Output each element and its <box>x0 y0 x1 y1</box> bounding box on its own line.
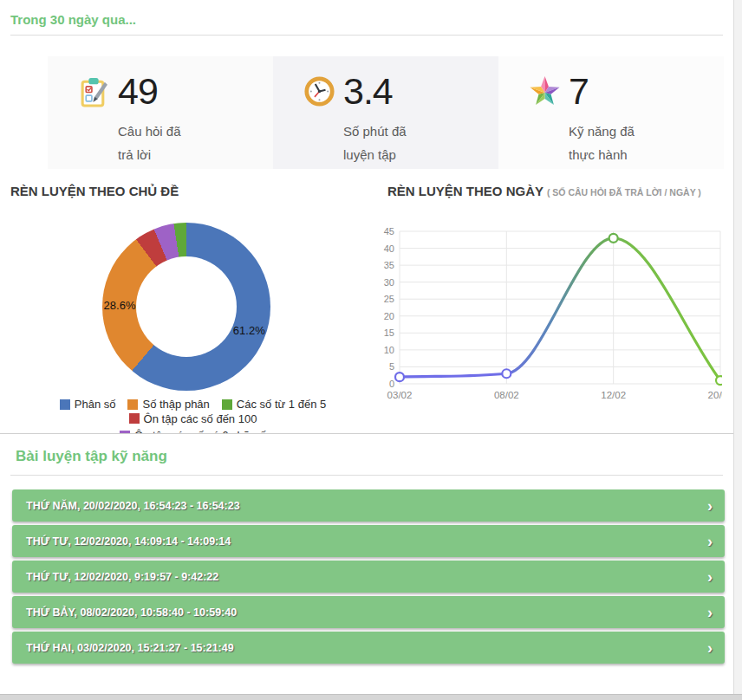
x-axis-tick-label: 08/02 <box>494 390 519 400</box>
divider <box>10 475 723 476</box>
y-axis-tick-label: 45 <box>384 226 394 237</box>
stat-label: Kỹ năng đã thực hành <box>569 120 693 166</box>
y-axis-tick-label: 40 <box>384 243 394 254</box>
stat-card-skills-practiced: 7 Kỹ năng đã thực hành <box>498 56 724 169</box>
y-axis-tick-label: 0 <box>389 379 394 389</box>
skill-row-label: THỨ NĂM, 20/02/2020, 16:54:23 - 16:54:23 <box>26 500 240 512</box>
line-chart-subtitle: ( SỐ CÂU HỎI ĐÃ TRẢ LỜI / NGÀY ) <box>547 187 701 198</box>
section-title-last-30-days: Trong 30 ngày qua... <box>10 12 723 27</box>
legend-item: Các số từ 1 đến 5 <box>222 398 326 411</box>
y-axis-tick-label: 10 <box>384 345 394 355</box>
topic-donut-chart: 61.2%28.6% <box>102 223 270 391</box>
dashboard-page: Trong 30 ngày qua... <box>0 0 742 700</box>
skill-row[interactable]: THỨ NĂM, 20/02/2020, 16:54:23 - 16:54:23… <box>12 489 725 522</box>
chevron-right-icon[interactable]: › <box>707 640 713 656</box>
legend-item: Phân số <box>60 398 116 411</box>
x-axis-tick-label: 03/02 <box>387 390 413 400</box>
legend-item: Ôn tập các số đến 100 <box>129 412 257 425</box>
star-icon <box>529 75 561 107</box>
skills-section-title: Bài luyện tập kỹ năng <box>16 448 723 465</box>
skill-row[interactable]: THỨ HAI, 03/02/2020, 15:21:27 - 15:21:49… <box>12 632 725 664</box>
chevron-right-icon[interactable]: › <box>707 605 713 620</box>
skill-row[interactable]: THỨ TƯ, 12/02/2020, 14:09:14 - 14:09:14 … <box>12 525 725 557</box>
y-axis-tick-label: 20 <box>384 311 394 321</box>
skill-row-label: THỨ TƯ, 12/02/2020, 9:19:57 - 9:42:22 <box>26 571 218 583</box>
legend-item: Ôn tập các số có 6 chữ số <box>120 429 266 433</box>
skill-row-label: THỨ HAI, 03/02/2020, 15:21:27 - 15:21:49 <box>26 642 234 654</box>
clipboard-pencil-icon <box>78 75 110 107</box>
y-axis-tick-label: 5 <box>389 361 394 372</box>
stat-label: Câu hỏi đã trả lời <box>118 120 243 166</box>
vertical-scrollbar[interactable] <box>733 0 742 700</box>
daily-chart-panel: RÈN LUYỆN THEO NGÀY ( SỐ CÂU HỎI ĐÃ TRẢ … <box>375 183 723 433</box>
line-chart-title-text: RÈN LUYỆN THEO NGÀY <box>387 184 543 198</box>
skill-row-label: THỨ TƯ, 12/02/2020, 14:09:14 - 14:09:14 <box>26 535 231 548</box>
last-30-days-section: Trong 30 ngày qua... <box>0 0 742 433</box>
x-axis-tick-label: 12/02 <box>601 390 626 400</box>
data-point <box>502 369 511 378</box>
data-point <box>609 234 618 243</box>
stat-value: 49 <box>118 73 158 110</box>
line-chart-title: RÈN LUYỆN THEO NGÀY ( SỐ CÂU HỎI ĐÃ TRẢ … <box>375 183 723 201</box>
clock-icon <box>303 75 335 107</box>
stat-card-questions-answered: 49 Câu hỏi đã trả lời <box>48 56 273 169</box>
stat-cards: 49 Câu hỏi đã trả lời <box>48 56 724 169</box>
skill-exercise-list: THỨ NĂM, 20/02/2020, 16:54:23 - 16:54:23… <box>12 489 723 664</box>
slice-percent-label: 61.2% <box>233 323 265 336</box>
daily-line-chart: 05101520253035404503/0208/0212/0220/02 <box>375 223 722 403</box>
chevron-right-icon[interactable]: › <box>707 534 713 549</box>
stat-card-minutes-practiced: 3.4 Số phút đã luyện tập <box>273 56 498 169</box>
donut-hole <box>136 256 237 357</box>
horizontal-scrollbar[interactable] <box>0 694 742 700</box>
stat-label: Số phút đã luyện tập <box>343 120 468 166</box>
x-axis-tick-label: 20/02 <box>708 390 722 400</box>
skill-row[interactable]: THỨ TƯ, 12/02/2020, 9:19:57 - 9:42:22 › <box>12 561 725 593</box>
line-series-path <box>400 238 720 380</box>
chevron-right-icon[interactable]: › <box>707 569 713 585</box>
skill-row-label: THỨ BẢY, 08/02/2020, 10:58:40 - 10:59:40 <box>26 606 237 619</box>
slice-percent-label: 28.6% <box>104 298 136 311</box>
skill-row[interactable]: THỨ BẢY, 08/02/2020, 10:58:40 - 10:59:40… <box>12 596 725 628</box>
topic-chart-panel: RÈN LUYỆN THEO CHỦ ĐỀ 61.2%28.6% Phân số… <box>10 183 375 433</box>
y-axis-tick-label: 30 <box>384 277 394 288</box>
skill-exercises-section: Bài luyện tập kỹ năng THỨ NĂM, 20/02/202… <box>0 433 742 699</box>
stat-value: 3.4 <box>343 73 393 110</box>
stat-value: 7 <box>569 73 589 110</box>
pie-chart-title: RÈN LUYỆN THEO CHỦ ĐỀ <box>10 183 375 200</box>
data-point <box>395 373 404 381</box>
y-axis-tick-label: 25 <box>384 294 394 304</box>
y-axis-tick-label: 15 <box>384 327 394 338</box>
pie-legend: Phân sốSố thập phânCác số từ 1 đến 5Ôn t… <box>10 398 375 433</box>
y-axis-tick-label: 35 <box>384 260 394 270</box>
legend-item: Số thập phân <box>127 398 209 411</box>
divider <box>10 35 723 36</box>
data-point <box>716 376 722 385</box>
chevron-right-icon[interactable]: › <box>707 498 713 514</box>
